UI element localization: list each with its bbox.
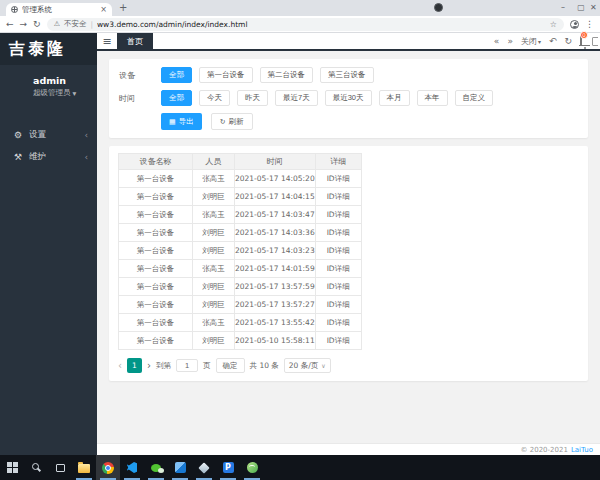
taskbar-item[interactable] [0, 455, 24, 480]
cell-detail-link[interactable]: ID详细 [315, 332, 361, 350]
cell-time: 2021-05-17 14:05:20 [235, 170, 316, 188]
browser-menu-dots-icon[interactable]: ⋮ [585, 20, 594, 29]
time-filter-button[interactable]: 昨天 [237, 90, 268, 106]
cell-detail-link[interactable]: ID详细 [315, 242, 361, 260]
profile-icon[interactable] [570, 20, 579, 29]
sidebar: 吉泰隆 admin 超级管理员 ▾ ⚙ 设置 ‹ ⚒ 维护 ‹ [0, 33, 97, 455]
3d-viewer-icon [198, 462, 209, 473]
next-page-icon[interactable]: › [147, 361, 151, 371]
fullscreen-icon[interactable] [592, 37, 598, 46]
cell-time: 2021-05-17 13:55:42 [235, 314, 316, 332]
current-page-button[interactable]: 1 [127, 358, 142, 373]
minimize-button[interactable]: – [554, 0, 572, 16]
device-filter-button[interactable]: 全部 [161, 67, 192, 83]
time-filter-button[interactable]: 最近30天 [325, 90, 372, 106]
close-button[interactable]: ✕ [590, 0, 600, 16]
browser-tab[interactable]: 管理系统 × [6, 3, 112, 16]
taskbar-item[interactable] [240, 455, 264, 480]
time-filter-button[interactable]: 本月 [379, 90, 410, 106]
cell-device: 第一台设备 [119, 242, 193, 260]
taskbar-item[interactable]: P [216, 455, 240, 480]
device-filter-button[interactable]: 第一台设备 [199, 67, 253, 83]
time-filter-button[interactable]: 自定义 [455, 90, 494, 106]
taskbar-item[interactable] [24, 455, 48, 480]
taskbar-item[interactable] [48, 455, 72, 480]
time-filter-label: 时间 [119, 93, 161, 104]
user-role-dropdown[interactable]: 超级管理员 ▾ [33, 88, 97, 98]
table-row: 第一台设备 张高玉 2021-05-17 13:55:42 ID详细 [119, 314, 362, 332]
cell-time: 2021-05-17 14:04:15 [235, 188, 316, 206]
cell-device: 第一台设备 [119, 206, 193, 224]
forward-icon[interactable]: → [20, 20, 28, 29]
sidebar-menu: ⚙ 设置 ‹ ⚒ 维护 ‹ [0, 124, 97, 168]
reload-icon[interactable]: ↻ [33, 20, 41, 29]
windows-taskbar: P [0, 455, 600, 480]
pagination: ‹ 1 › 到第 页 确定 共 10 条 20 条/页 ∨ [118, 358, 579, 373]
maximize-button[interactable]: ▢ [572, 0, 590, 16]
account-circle-icon[interactable] [434, 3, 443, 12]
action-row: ▦ 导出 ↻ 刷新 [161, 113, 578, 134]
device-filter-button[interactable]: 第二台设备 [260, 67, 314, 83]
time-filter-button[interactable]: 今天 [199, 90, 230, 106]
browser-tabstrip: 管理系统 × + – ▢ ✕ [0, 0, 600, 16]
tab-close-icon[interactable]: × [100, 6, 107, 14]
device-filter-button[interactable]: 第三台设备 [320, 67, 374, 83]
scroll-tabs-left-icon[interactable]: « [494, 36, 500, 46]
time-filter-button[interactable]: 最近7天 [275, 90, 318, 106]
cell-device: 第一台设备 [119, 170, 193, 188]
cell-person: 张高玉 [193, 260, 235, 278]
table-row: 第一台设备 刘明巨 2021-05-17 13:57:27 ID详细 [119, 296, 362, 314]
cell-detail-link[interactable]: ID详细 [315, 296, 361, 314]
new-tab-button[interactable]: + [119, 2, 127, 13]
close-tabs-dropdown[interactable]: 关闭 ▾ [521, 36, 541, 47]
back-icon[interactable]: ← [6, 20, 14, 29]
cell-detail-link[interactable]: ID详细 [315, 260, 361, 278]
prev-page-icon[interactable]: ‹ [118, 361, 122, 371]
cell-person: 刘明巨 [193, 296, 235, 314]
page-unit-label: 页 [203, 361, 211, 371]
p-app-icon: P [223, 462, 234, 473]
taskbar-item[interactable] [72, 455, 96, 480]
export-label: 导出 [179, 117, 194, 127]
sidebar-menu-item[interactable]: ⚙ 设置 ‹ [0, 124, 97, 146]
cell-detail-link[interactable]: ID详细 [315, 224, 361, 242]
hamburger-menu-icon[interactable]: ≡ [97, 35, 117, 48]
confirm-page-button[interactable]: 确定 [216, 358, 245, 373]
cell-detail-link[interactable]: ID详细 [315, 170, 361, 188]
content: 设备 全部 第一台设备 第二台设备 第三台设备 时间 [97, 51, 600, 443]
bookmark-star-icon[interactable]: ☆ [550, 20, 557, 29]
cell-detail-link[interactable]: ID详细 [315, 278, 361, 296]
brand-link[interactable]: LaiTuo [571, 446, 593, 454]
user-block: admin 超级管理员 ▾ [0, 65, 97, 98]
cell-time: 2021-05-17 14:03:23 [235, 242, 316, 260]
table-header-row: 设备名称 人员 时间 详细 [119, 154, 362, 170]
window-controls: – ▢ ✕ [554, 0, 600, 16]
taskbar-item[interactable] [192, 455, 216, 480]
time-filter-button[interactable]: 全部 [161, 90, 192, 106]
taskbar-item[interactable] [168, 455, 192, 480]
cell-detail-link[interactable]: ID详细 [315, 314, 361, 332]
cell-device: 第一台设备 [119, 260, 193, 278]
cell-person: 张高玉 [193, 314, 235, 332]
undo-icon[interactable]: ↶ [549, 36, 557, 46]
taskbar-item[interactable] [120, 455, 144, 480]
taskbar-item[interactable] [144, 455, 168, 480]
tab-home[interactable]: 首页 [117, 33, 153, 49]
page-size-select[interactable]: 20 条/页 ∨ [284, 358, 331, 373]
notification-bell-icon[interactable]: 0 [580, 36, 582, 46]
col-person: 人员 [193, 154, 235, 170]
scroll-tabs-right-icon[interactable]: » [507, 36, 513, 46]
taskbar-item[interactable] [96, 455, 120, 480]
cell-person: 刘明巨 [193, 332, 235, 350]
cell-detail-link[interactable]: ID详细 [315, 206, 361, 224]
goto-page-input[interactable] [176, 359, 198, 372]
photos-icon [175, 462, 186, 473]
url-bar[interactable]: ⚠ 不安全 | ww3.demo.com/admin/index/index.h… [47, 18, 564, 31]
sidebar-menu-item[interactable]: ⚒ 维护 ‹ [0, 146, 97, 168]
refresh-icon[interactable]: ↻ [564, 36, 572, 46]
refresh-button[interactable]: ↻ 刷新 [211, 113, 253, 130]
cell-detail-link[interactable]: ID详细 [315, 188, 361, 206]
notification-badge: 0 [580, 31, 588, 39]
time-filter-button[interactable]: 本年 [417, 90, 448, 106]
export-button[interactable]: ▦ 导出 [161, 113, 202, 130]
